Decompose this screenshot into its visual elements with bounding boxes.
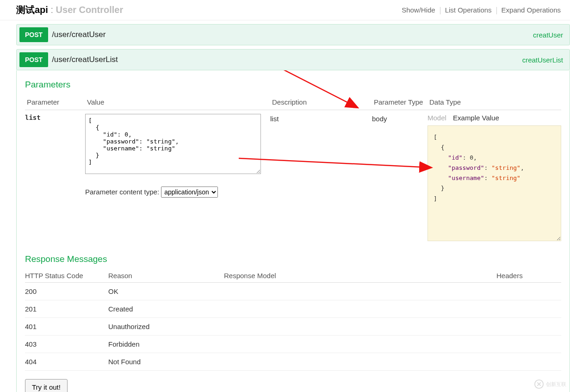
reason: OK bbox=[108, 287, 224, 295]
try-it-out-button[interactable]: Try it out! bbox=[25, 379, 68, 392]
example-value-box[interactable]: [ { "id": 0, "password": "string", "user… bbox=[428, 125, 561, 241]
col-parameter: Parameter bbox=[25, 97, 85, 107]
header-actions: Show/Hide List Operations Expand Operati… bbox=[402, 6, 561, 14]
status-code: 200 bbox=[25, 287, 108, 295]
parameter-row: list Parameter content type: application… bbox=[25, 110, 561, 243]
response-row: 404Not Found bbox=[25, 353, 561, 371]
content-type-row: Parameter content type: application/json bbox=[85, 187, 270, 198]
watermark: 创新互联 bbox=[534, 379, 566, 389]
http-method-badge: POST bbox=[19, 27, 48, 42]
response-section: Response Messages HTTP Status Code Reaso… bbox=[25, 254, 561, 392]
api-title-controller: User Controller bbox=[56, 5, 124, 15]
response-column-header: HTTP Status Code Reason Response Model H… bbox=[25, 269, 561, 283]
operation-creatUser[interactable]: POST /user/creatUser creatUser bbox=[16, 24, 570, 45]
response-row: 403Forbidden bbox=[25, 336, 561, 353]
col-headers: Headers bbox=[496, 272, 561, 280]
response-row: 201Created bbox=[25, 300, 561, 318]
operation-nickname[interactable]: creatUserList bbox=[522, 56, 563, 64]
operation-content: Parameters Parameter Value Description P… bbox=[16, 70, 570, 392]
reason: Unauthorized bbox=[108, 323, 224, 330]
parameter-datatype: Model Example Value [ { "id": 0, "passwo… bbox=[428, 114, 561, 241]
parameters-column-header: Parameter Value Description Parameter Ty… bbox=[25, 94, 561, 110]
parameter-name: list bbox=[25, 114, 85, 121]
operation-nickname[interactable]: creatUser bbox=[533, 31, 563, 39]
col-status-code: HTTP Status Code bbox=[25, 272, 108, 280]
response-heading: Response Messages bbox=[25, 254, 561, 264]
parameter-description: list bbox=[270, 114, 372, 123]
model-example-tabs: Model Example Value bbox=[428, 114, 561, 122]
expand-operations-link[interactable]: Expand Operations bbox=[502, 6, 561, 14]
status-code: 401 bbox=[25, 323, 108, 330]
api-title-bold: 测试api bbox=[16, 5, 48, 15]
col-data-type: Data Type bbox=[428, 97, 561, 107]
response-row: 200OK bbox=[25, 283, 561, 300]
col-reason: Reason bbox=[108, 272, 224, 280]
col-response-model: Response Model bbox=[224, 272, 496, 280]
parameters-heading: Parameters bbox=[25, 80, 561, 90]
http-method-badge: POST bbox=[19, 52, 48, 67]
show-hide-link[interactable]: Show/Hide bbox=[402, 6, 435, 14]
operation-creatUserList[interactable]: POST /user/creatUserList creatUserList bbox=[16, 49, 570, 70]
status-code: 201 bbox=[25, 305, 108, 313]
list-operations-link[interactable]: List Operations bbox=[445, 6, 492, 14]
parameter-type: body bbox=[372, 114, 428, 123]
parameter-value-textarea[interactable] bbox=[85, 114, 261, 174]
content-type-label: Parameter content type: bbox=[85, 188, 159, 196]
status-code: 403 bbox=[25, 340, 108, 348]
reason: Created bbox=[108, 305, 224, 313]
col-description: Description bbox=[270, 97, 372, 107]
reason: Not Found bbox=[108, 358, 224, 366]
response-row: 401Unauthorized bbox=[25, 318, 561, 336]
api-header: 测试api : User Controller Show/Hide List O… bbox=[0, 0, 570, 20]
api-title: 测试api : User Controller bbox=[16, 4, 123, 16]
content-type-select[interactable]: application/json bbox=[161, 187, 218, 198]
status-code: 404 bbox=[25, 358, 108, 366]
operation-path: /user/creatUserList bbox=[52, 55, 522, 64]
tab-example-value[interactable]: Example Value bbox=[453, 114, 499, 122]
col-parameter-type: Parameter Type bbox=[372, 97, 428, 107]
reason: Forbidden bbox=[108, 340, 224, 348]
col-value: Value bbox=[85, 97, 270, 107]
operation-path: /user/creatUser bbox=[52, 30, 533, 39]
tab-model[interactable]: Model bbox=[428, 114, 446, 122]
